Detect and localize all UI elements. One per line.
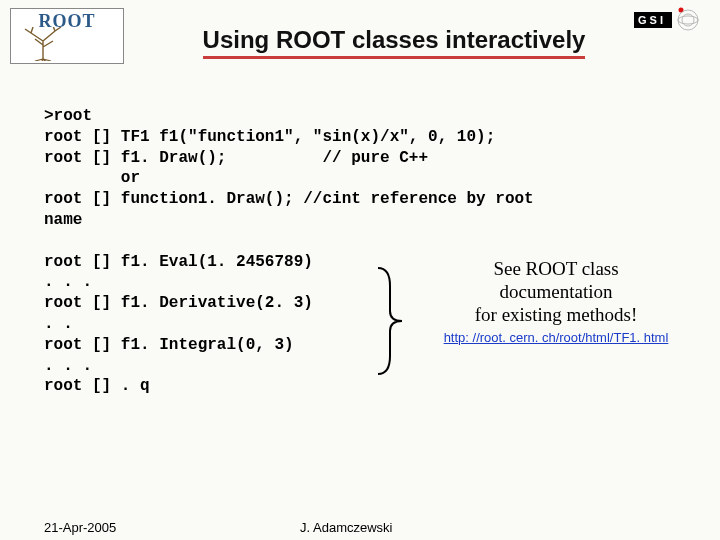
code-block: >root root [] TF1 f1("function1", "sin(x… — [0, 78, 720, 397]
code-line: name — [44, 211, 82, 229]
code-line: >root — [44, 107, 92, 125]
code-line: root [] TF1 f1("function1", "sin(x)/x", … — [44, 128, 495, 146]
footer-author: J. Adamczewski — [300, 520, 392, 535]
tree-icon — [13, 27, 73, 61]
slide-title-wrap: Using ROOT classes interactively — [124, 26, 704, 59]
curly-brace-icon — [370, 266, 410, 376]
side-line: See ROOT class — [416, 258, 696, 281]
code-line: root [] function1. Draw(); //cint refere… — [44, 190, 534, 208]
side-note: See ROOT class documentation for existin… — [416, 258, 696, 346]
code-line: root [] f1. Derivative(2. 3) — [44, 294, 313, 312]
code-line: root [] f1. Draw(); // pure C++ — [44, 149, 428, 167]
code-line: or — [44, 169, 140, 187]
svg-text:G S I: G S I — [638, 14, 663, 26]
doc-link[interactable]: http: //root. cern. ch/root/html/TF1. ht… — [444, 330, 669, 345]
side-line: for existing methods! — [416, 304, 696, 327]
footer-date: 21-Apr-2005 — [44, 520, 116, 535]
code-line: . . — [44, 315, 73, 333]
svg-point-3 — [678, 10, 698, 30]
gsi-logo: G S I — [634, 6, 704, 34]
svg-point-5 — [678, 16, 698, 24]
slide-title: Using ROOT classes interactively — [203, 26, 586, 59]
side-line: documentation — [416, 281, 696, 304]
code-line: root [] f1. Eval(1. 2456789) — [44, 253, 313, 271]
code-line: root [] f1. Integral(0, 3) — [44, 336, 294, 354]
code-line: . . . — [44, 273, 92, 291]
code-line: . . . — [44, 357, 92, 375]
code-line: root [] . q — [44, 377, 150, 395]
root-logo: ROOT — [10, 8, 124, 64]
